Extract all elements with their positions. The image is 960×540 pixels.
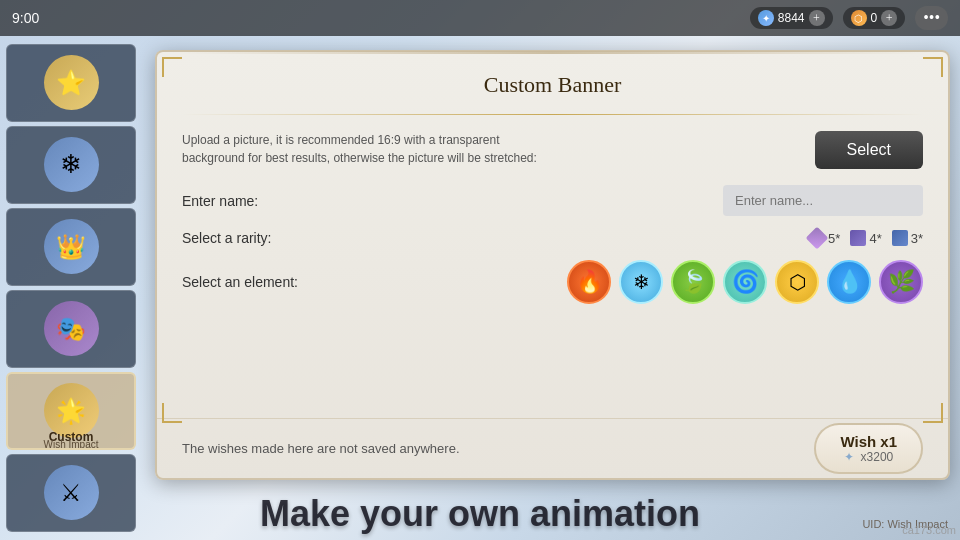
fate-icon: ⬡ [851, 10, 867, 26]
element-options: 🔥 ❄ 🍃 🌀 ⬡ 💧 🌿 [567, 260, 923, 304]
wish-btn-cost: ✦ x3200 [840, 450, 897, 464]
corner-decoration-bl [162, 403, 182, 423]
sidebar-item-1[interactable]: ⭐ [6, 44, 136, 122]
watermark: ca173.com [902, 524, 956, 536]
sidebar-char-bg-4: 🎭 [7, 291, 135, 367]
top-bar: 9:00 ✦ 8844 + ⬡ 0 + ••• [0, 0, 960, 36]
add-primogem-button[interactable]: + [809, 10, 825, 26]
sidebar-item-2[interactable]: ❄ [6, 126, 136, 204]
fate-value: 0 [871, 11, 878, 25]
wish-button[interactable]: Wish x1 ✦ x3200 [814, 423, 923, 474]
rarity-5star[interactable]: 5* [809, 230, 840, 246]
rarity-3star[interactable]: 3* [892, 230, 923, 246]
time-display: 9:00 [12, 10, 39, 26]
bottom-text: Make your own animation [0, 493, 960, 535]
bottom-notice: The wishes made here are not saved anywh… [182, 441, 460, 456]
cryo-element-button[interactable]: ❄ [619, 260, 663, 304]
wish-cost-icon: ✦ [844, 450, 854, 464]
rarity-label: Select a rarity: [182, 230, 271, 246]
dialog-bottom: The wishes made here are not saved anywh… [157, 418, 948, 478]
char-avatar-2: ❄ [44, 137, 99, 192]
element-label: Select an element: [182, 274, 298, 290]
electro-element-button[interactable]: 🌿 [879, 260, 923, 304]
rarity-5star-icon [806, 227, 829, 250]
char-avatar-3: 👑 [44, 219, 99, 274]
rarity-3star-label: 3* [911, 231, 923, 246]
add-fate-button[interactable]: + [881, 10, 897, 26]
sidebar-item-custom[interactable]: 🌟 Custom Wish Impact [6, 372, 136, 450]
name-label: Enter name: [182, 193, 258, 209]
rarity-section: Select a rarity: 5* 4* 3* [182, 230, 923, 246]
primogem-value: 8844 [778, 11, 805, 25]
sidebar-item-3[interactable]: 👑 [6, 208, 136, 286]
corner-decoration-br [923, 403, 943, 423]
rarity-options: 5* 4* 3* [809, 230, 923, 246]
dendro-element-button[interactable]: 🍃 [671, 260, 715, 304]
char-avatar-1: ⭐ [44, 55, 99, 110]
corner-decoration-tr [923, 57, 943, 77]
custom-banner-dialog: Custom Banner Upload a picture, it is re… [155, 50, 950, 480]
primogem-currency: ✦ 8844 + [750, 7, 833, 29]
upload-description: Upload a picture, it is recommended 16:9… [182, 131, 562, 167]
title-divider [182, 114, 923, 115]
rarity-5star-label: 5* [828, 231, 840, 246]
upload-section: Upload a picture, it is recommended 16:9… [182, 131, 923, 169]
custom-sublabel: Wish Impact [8, 439, 134, 450]
pyro-element-button[interactable]: 🔥 [567, 260, 611, 304]
sidebar-char-bg-2: ❄ [7, 127, 135, 203]
geo-element-button[interactable]: ⬡ [775, 260, 819, 304]
wish-btn-label: Wish x1 [840, 433, 897, 450]
sidebar-char-bg-1: ⭐ [7, 45, 135, 121]
sidebar-char-bg-3: 👑 [7, 209, 135, 285]
rarity-4star[interactable]: 4* [850, 230, 881, 246]
sidebar: ⭐ ❄ 👑 🎭 🌟 Custom Wish Imp [0, 36, 145, 540]
char-avatar-4: 🎭 [44, 301, 99, 356]
hydro-element-button[interactable]: 💧 [827, 260, 871, 304]
rarity-3star-icon [892, 230, 908, 246]
rarity-4star-icon [850, 230, 866, 246]
dialog-title: Custom Banner [182, 72, 923, 98]
element-section: Select an element: 🔥 ❄ 🍃 🌀 ⬡ 💧 🌿 [182, 260, 923, 304]
more-options-button[interactable]: ••• [915, 6, 948, 30]
name-input[interactable] [723, 185, 923, 216]
name-section: Enter name: [182, 185, 923, 216]
corner-decoration-tl [162, 57, 182, 77]
sidebar-item-4[interactable]: 🎭 [6, 290, 136, 368]
top-right-controls: ✦ 8844 + ⬡ 0 + ••• [750, 6, 948, 30]
wish-cost-value: x3200 [861, 450, 894, 464]
select-image-button[interactable]: Select [815, 131, 923, 169]
primogem-icon: ✦ [758, 10, 774, 26]
fate-currency: ⬡ 0 + [843, 7, 906, 29]
rarity-4star-label: 4* [869, 231, 881, 246]
anemo-element-button[interactable]: 🌀 [723, 260, 767, 304]
